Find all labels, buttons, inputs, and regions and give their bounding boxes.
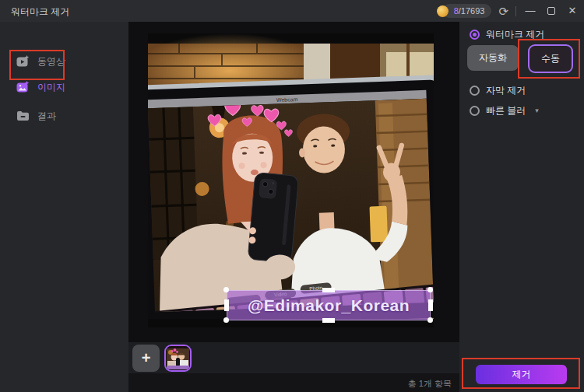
credits-total: 17693: [461, 6, 485, 16]
photo-illustration: Webcam: [148, 33, 434, 327]
titlebar-controls: 8/17693 ⟳ — ✕: [437, 0, 579, 22]
radio-selected-icon[interactable]: [470, 30, 480, 40]
sidebar-item-result[interactable]: 결과: [0, 104, 128, 128]
option-label: 빠른 블러: [486, 104, 526, 117]
credits-badge[interactable]: 8/17693: [442, 4, 492, 18]
coin-icon: [437, 5, 449, 17]
sidebar-item-label: 결과: [37, 110, 56, 123]
refresh-icon[interactable]: ⟳: [498, 5, 508, 17]
chevron-down-icon[interactable]: ▾: [535, 107, 539, 114]
selection-handle-right[interactable]: [428, 299, 433, 311]
auto-mode-label: 자동화: [479, 51, 507, 65]
app-window: 워터마크 제거 8/17693 ⟳ — ✕ 동영상: [0, 0, 584, 392]
option-subtitle-removal[interactable]: 자막 제거: [470, 85, 526, 96]
minimize-button[interactable]: —: [523, 0, 537, 22]
maximize-button[interactable]: [547, 7, 555, 15]
option-quick-blur[interactable]: 빠른 블러 ▾: [470, 105, 539, 116]
thumbnail-bar: +: [128, 342, 459, 373]
folder-icon: [16, 110, 30, 123]
radio-unselected-icon[interactable]: [470, 106, 480, 116]
annotation-box-remove-button: [462, 358, 580, 389]
thumbnail-image: [166, 346, 190, 370]
annotation-box-manual-button: [518, 39, 580, 79]
close-button[interactable]: ✕: [565, 0, 579, 22]
sidebar-item-label: 이미지: [37, 81, 65, 94]
titlebar: 워터마크 제거 8/17693 ⟳ — ✕: [0, 0, 584, 22]
selection-handle-top-left[interactable]: [223, 287, 229, 292]
plus-icon: +: [142, 349, 151, 367]
selection-handle-bottom-left[interactable]: [223, 317, 229, 323]
watermark-selection[interactable]: @Edimakor_Korean: [227, 290, 431, 320]
webcam-app-title: Webcam: [276, 96, 298, 103]
status-bar: 총 1개 항목: [128, 373, 459, 392]
item-count: 총 1개 항목: [408, 378, 452, 390]
auto-mode-button[interactable]: 자동화: [467, 45, 519, 71]
selection-handle-top[interactable]: [322, 288, 335, 292]
preview-photo: Webcam: [148, 33, 434, 327]
preview-area: Webcam: [128, 22, 459, 342]
selection-handle-bottom[interactable]: [322, 318, 335, 323]
selection-handle-bottom-right[interactable]: [427, 317, 433, 323]
option-watermark-removal[interactable]: 워터마크 제거: [470, 29, 544, 40]
titlebar-divider: [515, 6, 516, 16]
selection-handle-top-right[interactable]: [427, 287, 433, 292]
image-thumbnail[interactable]: [164, 345, 192, 372]
option-label: 자막 제거: [486, 84, 526, 97]
selection-handle-left[interactable]: [224, 299, 229, 311]
image-icon: [16, 81, 30, 94]
watermark-text: @Edimakor_Korean: [248, 296, 410, 315]
annotation-box-image-tab: [9, 50, 65, 80]
add-file-button[interactable]: +: [132, 345, 160, 372]
radio-unselected-icon[interactable]: [470, 86, 480, 96]
window-title: 워터마크 제거: [11, 5, 69, 19]
